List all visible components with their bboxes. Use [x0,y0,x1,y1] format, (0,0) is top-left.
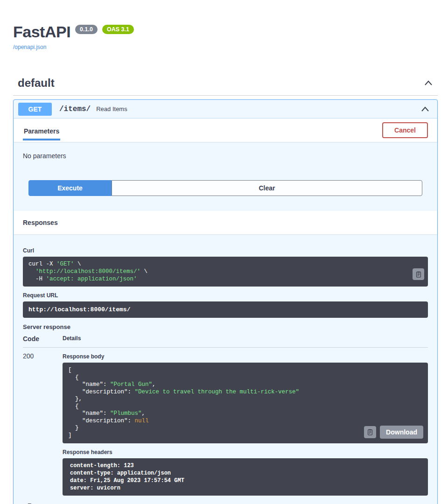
no-parameters-text: No parameters [14,142,437,174]
request-url-label: Request URL [23,292,428,299]
server-response-label: Server response [23,323,428,330]
response-headers-block: content-length: 123content-type: applica… [63,458,428,496]
api-title: FastAPI [13,22,70,41]
response-headers-label: Response headers [63,449,428,455]
code-column-header: Code [23,335,63,343]
execute-button[interactable]: Execute [28,180,112,196]
table-row: 200 Response body [ { "name": "Portal Gu… [23,348,428,496]
copy-to-clipboard-button[interactable] [413,268,424,280]
execute-button-group: Execute Clear [14,174,437,211]
doc-responses-title: Responses [23,502,428,504]
operation-summary[interactable]: GET /items/ Read Items [14,100,437,119]
responses-section-header: Responses [14,211,437,234]
curl-label: Curl [23,247,428,254]
curl-code-block: curl -X 'GET' \ 'http://localhost:8000/i… [23,257,428,287]
responses-body: Curl curl -X 'GET' \ 'http://localhost:8… [14,234,437,504]
operation-summary-text: Read Items [96,105,127,112]
collapse-chevron-icon[interactable] [420,106,430,112]
response-body-block: [ { "name": "Portal Gun", "description":… [63,363,428,443]
status-code: 200 [23,352,63,496]
version-badge: 0.1.0 [75,25,98,34]
collapse-chevron-icon[interactable] [424,80,433,86]
clear-button[interactable]: Clear [112,180,422,196]
cancel-button[interactable]: Cancel [382,122,428,138]
tag-section-default[interactable]: default [13,77,438,96]
swagger-ui-page: FastAPI 0.1.0 OAS 3.1 /openapi.json defa… [13,22,438,504]
parameters-section-header: Parameters Cancel [14,119,437,142]
server-response-table: Code Details 200 Response body [ { "name… [23,335,428,496]
request-url-block: http://localhost:8000/items/ [23,301,428,318]
tab-parameters[interactable]: Parameters [23,120,60,140]
copy-to-clipboard-button[interactable] [364,426,376,438]
download-button[interactable]: Download [380,426,423,439]
api-info-header: FastAPI 0.1.0 OAS 3.1 /openapi.json [13,22,438,50]
http-method-badge: GET [18,103,52,116]
oas-version-badge: OAS 3.1 [102,25,134,34]
operation-path: /items/ [59,105,91,113]
parameters-tab-label: Parameters [23,120,60,140]
clipboard-icon [367,429,373,435]
clipboard-icon [415,271,422,278]
openapi-spec-link[interactable]: /openapi.json [13,44,438,50]
details-column-header: Details [63,335,428,343]
response-body-label: Response body [63,353,428,360]
responses-section-title: Responses [23,219,58,226]
tag-name: default [18,77,55,90]
opblock-get-items: GET /items/ Read Items Parameters Cancel… [13,99,438,504]
